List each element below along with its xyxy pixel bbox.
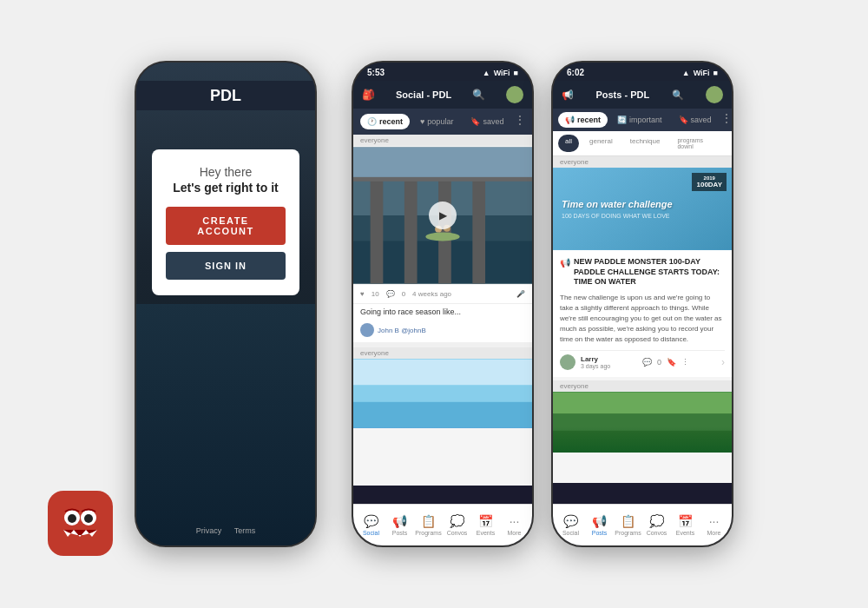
feed-label2: everyone: [353, 347, 532, 359]
avatar-3[interactable]: [706, 86, 723, 103]
nav-social-3[interactable]: 💬 Social: [556, 505, 585, 545]
more-icon-3[interactable]: ⋮: [681, 358, 689, 367]
tab-important-3[interactable]: 🔄 important: [610, 112, 669, 128]
subtab-technique[interactable]: technique: [623, 135, 667, 152]
svg-point-24: [84, 514, 93, 523]
status-icons-2: ▲ WiFi ■: [483, 69, 518, 77]
svg-rect-4: [404, 173, 418, 284]
comment-icon: 💬: [386, 290, 395, 298]
feed-label-3: everyone: [553, 156, 732, 168]
social-icon-3: 💬: [563, 514, 578, 528]
phone-1: 5:25 ▲ WiFi ■ PDL MNSTR Hey there Let's …: [135, 61, 317, 547]
time-3: 6:02: [567, 68, 584, 77]
create-account-button[interactable]: CREATE ACCOUNT: [166, 207, 286, 245]
days-badge: 2019 100DAY: [692, 173, 727, 191]
phone1-bg: [136, 63, 315, 545]
monster-app-icon[interactable]: [48, 491, 113, 556]
nav-more-2[interactable]: ··· More: [500, 505, 529, 545]
svg-rect-6: [472, 173, 485, 284]
terms-link[interactable]: Terms: [234, 526, 256, 535]
bottom-nav-3: 💬 Social 📢 Posts 📋 Programs 💭 Convos 📅 E…: [553, 504, 732, 545]
more-options-2[interactable]: ⋮: [515, 114, 525, 129]
post-author-avatar: [560, 354, 575, 370]
nav-events-3[interactable]: 📅 Events: [671, 505, 700, 545]
user-name: John B @johnB: [378, 327, 426, 334]
nav-posts-2[interactable]: 📢 Posts: [385, 505, 414, 545]
time-2: 5:53: [367, 68, 385, 77]
feed-image-1: ▶: [353, 146, 532, 285]
svg-rect-20: [553, 413, 732, 431]
nav-events-2[interactable]: 📅 Events: [471, 505, 500, 545]
svg-point-23: [68, 514, 76, 523]
nav-programs-3[interactable]: 📋 Programs: [614, 505, 642, 545]
comment-count-3: 0: [657, 358, 661, 367]
feed-label-2: everyone: [353, 135, 532, 146]
search-icon-2[interactable]: 🔍: [472, 89, 485, 101]
subtab-general[interactable]: general: [582, 135, 620, 152]
recent-icon-3: 📢: [565, 116, 575, 124]
svg-rect-19: [553, 393, 732, 414]
tab-recent-2[interactable]: 🕐 recent: [360, 114, 410, 129]
phone-2: 5:53 ▲ WiFi ■ 🎒 Social - PDL 🔍 🕐 recent …: [352, 61, 534, 547]
events-icon-3: 📅: [678, 514, 693, 528]
programs-icon-3: 📋: [621, 514, 635, 528]
nav-programs-2[interactable]: 📋 Programs: [414, 505, 443, 545]
subtitle-text: Let's get right to it: [166, 181, 286, 195]
megaphone-header-icon: 📢: [562, 89, 574, 101]
svg-rect-14: [353, 360, 532, 385]
saved-icon-2: 🔖: [470, 117, 480, 126]
svg-rect-13: [353, 402, 532, 427]
search-icon-3[interactable]: 🔍: [672, 89, 684, 101]
tab-popular-2[interactable]: ♥ popular: [413, 114, 460, 129]
play-button[interactable]: ▶: [429, 202, 457, 229]
status-bar-3: 6:02 ▲ WiFi ■: [553, 63, 732, 81]
important-icon-3: 🔄: [617, 116, 627, 124]
post-content-1: 📢 NEW PADDLE MONSTER 100-DAY PADDLE CHAL…: [553, 250, 732, 377]
phone3-tabs: 📢 recent 🔄 important 🔖 saved ⋮: [553, 109, 732, 131]
feed-meta: ♥ 10 💬 0 4 weeks ago 🎤: [353, 285, 532, 303]
privacy-link[interactable]: Privacy: [196, 526, 222, 535]
svg-rect-3: [371, 173, 384, 284]
nav-social-2[interactable]: 💬 Social: [357, 505, 385, 545]
feed-photo-2-svg: [353, 359, 532, 428]
phone3-feed: everyone Time on water challenge 100 DAY…: [553, 156, 732, 483]
like-icon: ♥: [360, 290, 365, 298]
phone1-top-bar: PDL: [136, 81, 315, 110]
social-icon-2: 💬: [364, 514, 378, 528]
phone3-subtabs: all general technique programs downl: [553, 131, 732, 156]
subtab-programs[interactable]: programs downl: [670, 135, 727, 152]
status-bar-2: 5:53 ▲ WiFi ■: [353, 63, 532, 81]
post-body: The new challenge is upon us and we're g…: [560, 293, 725, 345]
bottom-nav-2: 💬 Social 📢 Posts 📋 Programs 💭 Convos 📅 E…: [353, 504, 532, 545]
svg-point-9: [425, 233, 459, 241]
comment-count: 0: [402, 290, 405, 298]
status-icons-3: ▲ WiFi ■: [682, 69, 718, 77]
avatar-2[interactable]: [506, 86, 523, 103]
user-avatar: [360, 323, 374, 337]
bookmark-icon-3[interactable]: 🔖: [667, 358, 676, 367]
phone1-footer: Privacy Terms: [136, 526, 315, 535]
pocket-icon: 🎒: [362, 89, 375, 101]
posts-icon-2: 📢: [392, 514, 407, 528]
nav-convos-3[interactable]: 💭 Convos: [642, 505, 671, 545]
popular-icon-2: ♥: [420, 117, 424, 126]
sign-in-button[interactable]: SIGN IN: [166, 252, 286, 280]
nav-convos-2[interactable]: 💭 Convos: [443, 505, 471, 545]
programs-icon-2: 📋: [421, 514, 436, 528]
nav-more-3[interactable]: ··· More: [700, 505, 728, 545]
post-actions: 💬 0 🔖 ⋮: [642, 358, 689, 367]
phone3-header: 📢 Posts - PDL 🔍: [553, 81, 732, 109]
nav-posts-3[interactable]: 📢 Posts: [585, 505, 614, 545]
post-image-2: [553, 392, 732, 453]
more-options-3[interactable]: ⋮: [721, 112, 732, 128]
more-icon-3b: ···: [709, 514, 720, 528]
tab-recent-3[interactable]: 📢 recent: [558, 112, 608, 128]
subtab-all[interactable]: all: [558, 135, 579, 152]
login-card: Hey there Let's get right to it CREATE A…: [152, 149, 299, 295]
tab-saved-2[interactable]: 🔖 saved: [464, 114, 510, 129]
feed-user: John B @johnB: [353, 320, 532, 347]
feed-label-3b: everyone: [553, 380, 732, 392]
posts-icon-3: 📢: [592, 514, 607, 528]
tab-saved-3[interactable]: 🔖 saved: [672, 112, 719, 128]
monster-icon-bg: [48, 491, 113, 556]
